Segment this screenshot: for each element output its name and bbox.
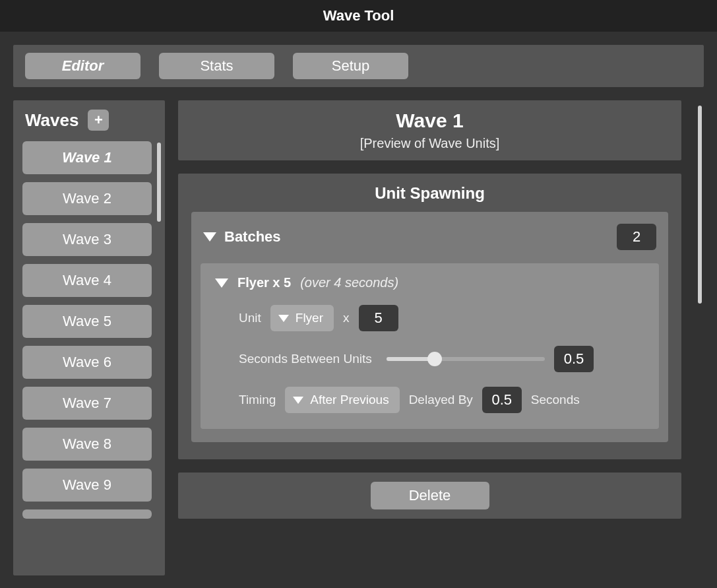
batches-label: Batches: [224, 228, 281, 245]
wave-list: Wave 1 Wave 2 Wave 3 Wave 4 Wave 5 Wave …: [22, 141, 160, 550]
main-scrollbar-thumb[interactable]: [698, 106, 702, 304]
chevron-down-icon: [293, 397, 303, 404]
unit-spawning-title: Unit Spawning: [191, 184, 668, 203]
tab-setup[interactable]: Setup: [293, 53, 408, 79]
batch-summary-detail: (over 4 seconds): [300, 275, 398, 290]
unit-count-field[interactable]: 5: [359, 305, 398, 331]
wave-item-8[interactable]: Wave 8: [22, 428, 152, 461]
delayed-by-label: Delayed By: [409, 393, 473, 407]
main-scrollbar[interactable]: [695, 100, 704, 575]
add-wave-button[interactable]: +: [88, 110, 109, 131]
delayed-by-field[interactable]: 0.5: [482, 387, 522, 413]
waves-sidebar: Waves + Wave 1 Wave 2 Wave 3 Wave 4 Wave…: [13, 100, 165, 575]
unit-dropdown[interactable]: Flyer: [270, 305, 334, 331]
chevron-down-icon: [278, 315, 289, 322]
waves-sidebar-title: Waves: [25, 110, 78, 131]
seconds-suffix-label: Seconds: [531, 393, 580, 407]
wave-item-partial[interactable]: [22, 509, 152, 519]
batches-container: Batches 2 Flyer x 5 (over 4 seconds) Uni…: [191, 212, 668, 442]
sidebar-scrollbar[interactable]: [157, 143, 161, 539]
slider-knob[interactable]: [427, 352, 442, 366]
wave-item-5[interactable]: Wave 5: [22, 305, 152, 338]
seconds-between-value-field[interactable]: 0.5: [554, 346, 594, 372]
delete-button[interactable]: Delete: [371, 482, 489, 509]
timing-dropdown-value: After Previous: [310, 393, 389, 407]
footer-panel: Delete: [178, 473, 681, 519]
wave-item-9[interactable]: Wave 9: [22, 469, 152, 502]
batches-count-field[interactable]: 2: [617, 224, 656, 250]
seconds-between-label: Seconds Between Units: [239, 352, 377, 366]
wave-item-3[interactable]: Wave 3: [22, 223, 152, 256]
batch-summary: Flyer x 5: [237, 275, 291, 290]
unit-dropdown-value: Flyer: [296, 311, 323, 325]
wave-item-7[interactable]: Wave 7: [22, 387, 152, 420]
tab-bar: Editor Stats Setup: [13, 45, 704, 87]
wave-item-6[interactable]: Wave 6: [22, 346, 152, 379]
wave-title: Wave 1: [187, 110, 672, 132]
timing-label: Timing: [239, 393, 276, 407]
timing-dropdown[interactable]: After Previous: [285, 387, 399, 413]
app-title: Wave Tool: [0, 0, 717, 32]
sidebar-scrollbar-thumb[interactable]: [157, 143, 161, 222]
slider-fill: [387, 357, 433, 361]
wave-item-4[interactable]: Wave 4: [22, 264, 152, 297]
wave-preview-label: [Preview of Wave Units]: [187, 136, 672, 151]
seconds-between-slider[interactable]: [387, 357, 545, 361]
wave-item-1[interactable]: Wave 1: [22, 141, 152, 174]
wave-item-2[interactable]: Wave 2: [22, 182, 152, 215]
wave-header-panel: Wave 1 [Preview of Wave Units]: [178, 100, 681, 160]
batch-item: Flyer x 5 (over 4 seconds) Unit Flyer x …: [201, 263, 659, 429]
batches-collapse-icon[interactable]: [203, 232, 216, 242]
unit-spawning-panel: Unit Spawning Batches 2 Flyer x 5: [178, 174, 681, 459]
unit-label: Unit: [239, 311, 261, 325]
multiply-label: x: [343, 311, 350, 325]
tab-stats[interactable]: Stats: [159, 53, 274, 79]
batch-collapse-icon[interactable]: [215, 278, 228, 288]
tab-editor[interactable]: Editor: [25, 53, 140, 79]
